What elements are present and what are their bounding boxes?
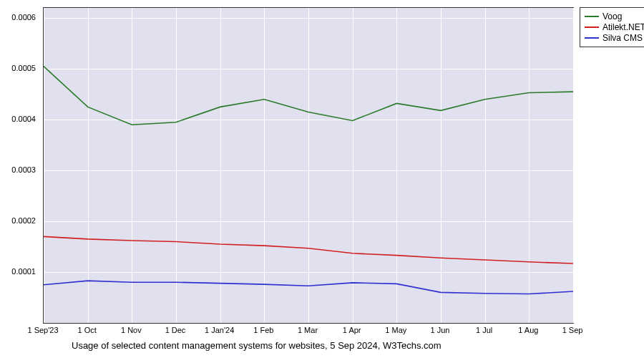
plot-area [43,7,574,324]
chart-lines [44,8,573,323]
x-tick-label: 1 Oct [78,326,97,334]
grid-line-v [573,8,574,323]
legend-item: Voog [585,11,644,21]
chart-caption: Usage of selected content management sys… [72,340,441,351]
legend-item: Silva CMS [585,33,644,43]
y-tick-label: 0.0003 [11,165,36,174]
y-tick-label: 0.0001 [11,267,36,276]
x-tick-label: 1 Mar [298,326,318,334]
x-tick-label: 1 Dec [165,326,186,334]
legend-item: Atilekt.NET [585,22,644,32]
x-tick-label: 1 Sep'23 [27,326,58,334]
y-tick-label: 0.0004 [11,115,36,123]
y-tick-label: 0.0002 [11,216,36,225]
legend-label: Atilekt.NET [602,22,644,32]
y-tick-label: 0.0005 [11,64,36,72]
legend-label: Silva CMS [602,33,643,43]
x-tick-label: 1 Aug [518,326,538,334]
x-tick-label: 1 May [385,326,406,334]
y-axis-ticks: 0.00010.00020.00030.00040.00050.0006 [0,7,39,322]
x-tick-label: 1 Jun [431,326,450,334]
legend-color-line [585,37,599,39]
x-tick-label: 1 Apr [343,326,361,334]
legend-color-line [585,26,599,28]
x-tick-label: 1 Nov [121,326,142,334]
legend: VoogAtilekt.NETSilva CMS [580,7,644,47]
legend-color-line [585,16,599,17]
x-tick-label: 1 Feb [253,326,273,334]
legend-label: Voog [602,11,622,21]
series-line [44,281,573,294]
x-tick-label: 1 Jul [476,326,492,334]
chart-container: 0.00010.00020.00030.00040.00050.0006 1 S… [0,0,644,358]
x-tick-label: 1 Jan'24 [205,326,234,334]
series-line [44,67,573,125]
series-line [44,236,573,263]
x-tick-label: 1 Sep [562,326,583,334]
y-tick-label: 0.0006 [11,13,36,21]
